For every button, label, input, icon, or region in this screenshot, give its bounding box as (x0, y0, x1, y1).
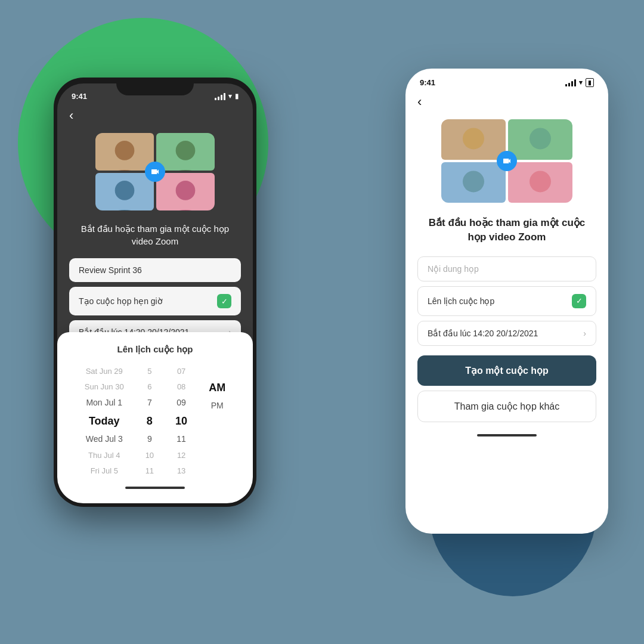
arrow-icon-right: › (583, 329, 586, 338)
meeting-name-input-left[interactable]: Review Sprint 36 (69, 258, 241, 282)
picker-day-0: Sat Jun 29 (80, 364, 129, 379)
picker-col-ampm: AM PM (204, 364, 230, 478)
video-icon-left (145, 162, 165, 182)
phone-left: 9:41 ▾ ▮ ‹ (54, 78, 256, 507)
picker-min-1: 08 (171, 380, 192, 394)
picker-ampm-1 (204, 369, 230, 373)
hero-image-left (95, 133, 215, 210)
picker-hour-4: 9 (141, 432, 159, 447)
picker-min-5: 12 (171, 448, 192, 463)
battery-icon-right: ▮ (586, 78, 594, 87)
svg-point-5 (530, 128, 551, 149)
time-left: 9:41 (72, 92, 87, 101)
hero-tile-4-left (156, 173, 215, 210)
picker-hour-1: 6 (141, 380, 159, 394)
picker-col-day: Sat Jun 29 Sun Jun 30 Mon Jul 1 Today We… (80, 364, 129, 478)
picker-ampm-2 (204, 374, 230, 377)
hero-tile-4-right (508, 162, 572, 203)
picker-row: Sat Jun 29 Sun Jun 30 Mon Jul 1 Today We… (67, 364, 243, 478)
schedule-check-right: ✓ (572, 294, 586, 308)
picker-min-0: 07 (171, 364, 192, 379)
picker-hour-today: 8 (141, 412, 159, 431)
hero-tile-2-left (156, 133, 215, 171)
picker-pm: PM (204, 398, 230, 414)
picker-hour-2: 7 (141, 395, 159, 411)
heading-left: Bắt đầu hoặc tham gia một cuộc họp video… (57, 216, 253, 253)
picker-min-2: 09 (171, 395, 192, 411)
status-icons-right: ▾ ▮ (565, 78, 594, 87)
svg-point-2 (115, 181, 135, 200)
picker-am: AM (204, 379, 230, 397)
create-meeting-button[interactable]: Tạo một cuộc họp (417, 355, 596, 386)
status-icons-left: ▾ ▮ (215, 92, 239, 100)
hero-tile-1-right (441, 119, 506, 160)
svg-point-3 (176, 181, 196, 200)
wifi-icon-right: ▾ (579, 79, 583, 86)
nav-bar-right: ‹ (405, 91, 608, 113)
screen-left: 9:41 ▾ ▮ ‹ (57, 83, 253, 503)
home-indicator-right (477, 434, 537, 436)
picker-day-1: Sun Jun 30 (80, 380, 129, 394)
heading-right: Bắt đầu hoặc tham gia một cuộc họp video… (405, 209, 608, 252)
time-right: 9:41 (420, 78, 435, 87)
picker-min-6: 13 (171, 464, 192, 478)
hero-tile-2-right (508, 119, 572, 160)
hero-tile-3-left (95, 173, 154, 210)
picker-hour-5: 10 (141, 448, 159, 463)
hero-tile-3-right (441, 162, 506, 203)
start-time-label-right: Bắt đầu lúc 14:20 20/12/2021 (428, 329, 538, 338)
join-meeting-button[interactable]: Tham gia cuộc họp khác (417, 391, 596, 422)
home-indicator-left (125, 487, 185, 489)
signal-icon-left (215, 93, 225, 100)
signal-icon-right (565, 79, 576, 86)
picker-day-2: Mon Jul 1 (80, 395, 129, 411)
schedule-field-left[interactable]: Tạo cuộc họp hẹn giờ ✓ (69, 287, 241, 315)
phone-right: 9:41 ▾ ▮ ‹ (405, 69, 608, 534)
schedule-check-left: ✓ (217, 294, 231, 308)
picker-hour-0: 5 (141, 364, 159, 379)
picker-day-5: Thu Jul 4 (80, 448, 129, 463)
meeting-name-input-right[interactable]: Nội dung họp (417, 256, 596, 281)
picker-day-4: Wed Jul 3 (80, 432, 129, 447)
picker-ampm-6 (204, 420, 230, 423)
picker-day-today: Today (80, 412, 129, 431)
picker-min-today: 10 (171, 412, 192, 431)
svg-point-6 (463, 171, 484, 192)
schedule-label-left: Tạo cuộc họp hẹn giờ (79, 296, 163, 306)
hero-image-right (441, 119, 572, 203)
picker-col-minute: 07 08 09 10 11 12 13 (171, 364, 192, 478)
back-button-right[interactable]: ‹ (417, 94, 422, 109)
svg-point-0 (115, 141, 135, 160)
status-bar-right: 9:41 ▾ ▮ (405, 69, 608, 91)
nav-bar-left: ‹ (57, 104, 253, 127)
svg-point-4 (463, 128, 484, 149)
hero-tile-1-left (95, 133, 154, 171)
meeting-name-value-left: Review Sprint 36 (79, 265, 142, 275)
picker-ampm-5 (204, 415, 230, 419)
sheet-title: Lên lịch cuộc họp (67, 344, 243, 355)
video-icon-right (497, 151, 517, 171)
svg-point-1 (176, 141, 196, 160)
battery-icon-left: ▮ (235, 92, 239, 100)
back-button-left[interactable]: ‹ (69, 108, 73, 123)
picker-col-hour: 5 6 7 8 9 10 11 (141, 364, 159, 478)
picker-ampm-0 (204, 364, 230, 368)
bottom-sheet-left: Lên lịch cuộc họp Sat Jun 29 Sun Jun 30 … (57, 332, 253, 503)
picker-min-4: 11 (171, 432, 192, 447)
schedule-label-right: Lên lịch cuộc họp (428, 296, 494, 306)
schedule-field-right[interactable]: Lên lịch cuộc họp ✓ (417, 286, 596, 316)
meeting-name-placeholder-right: Nội dung họp (428, 264, 479, 274)
svg-point-7 (530, 171, 551, 192)
notch-left (116, 78, 194, 95)
picker-hour-6: 11 (141, 464, 159, 478)
wifi-icon-left: ▾ (228, 92, 232, 100)
start-time-field-right[interactable]: Bắt đầu lúc 14:20 20/12/2021 › (417, 321, 596, 346)
picker-day-6: Fri Jul 5 (80, 464, 129, 478)
